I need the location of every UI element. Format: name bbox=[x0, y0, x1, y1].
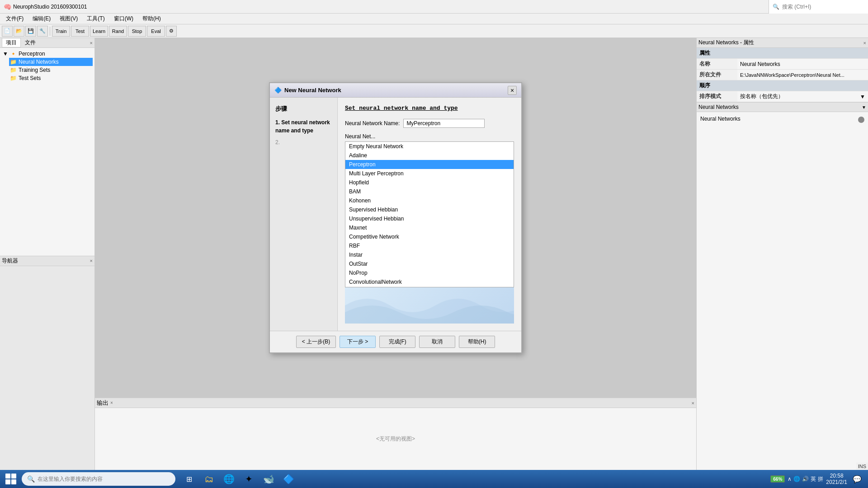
taskbar-icon-edge[interactable]: 🌐 bbox=[221, 471, 237, 487]
menu-window[interactable]: 窗口(W) bbox=[110, 14, 137, 24]
prop-sort-value: 按名称（包优先） ▼ bbox=[737, 91, 868, 102]
toolbar-btn8[interactable]: Rand bbox=[109, 26, 127, 37]
toolbar-btn10[interactable]: Eval bbox=[147, 26, 165, 37]
left-panel-close[interactable]: × bbox=[90, 40, 93, 46]
start-button[interactable] bbox=[2, 471, 20, 487]
network-type-list[interactable]: Empty Neural Network Adaline Perceptron … bbox=[345, 141, 514, 287]
list-item-instar[interactable]: Instar bbox=[345, 250, 514, 259]
list-item-unsupervised-hebbian[interactable]: Unsupervised Hebbian bbox=[345, 214, 514, 223]
list-item-hopfield[interactable]: Hopfield bbox=[345, 178, 514, 187]
app-title: NeurophStudio 201609300101 bbox=[13, 4, 800, 10]
dialog-body: 步骤 1. Set neural network name and type 2… bbox=[270, 98, 521, 331]
right-panel-close[interactable]: × bbox=[863, 40, 866, 46]
toolbar-btn9[interactable]: Stop bbox=[128, 26, 146, 37]
tab-project[interactable]: 项目 bbox=[2, 38, 21, 47]
name-form-row: Neural Network Name: bbox=[345, 119, 514, 128]
menu-bar: 文件(F) 编辑(E) 视图(V) 工具(T) 窗口(W) 帮助(H) bbox=[0, 14, 868, 24]
sys-icons: ∧ 🌐 🔊 英 拼 bbox=[788, 475, 823, 483]
output-content: <无可用的视图> bbox=[95, 408, 696, 470]
output-panel: 输出 × × <无可用的视图> bbox=[95, 398, 696, 470]
circle-indicator bbox=[858, 117, 864, 123]
toolbar-btn11[interactable]: ⚙ bbox=[166, 26, 177, 37]
toolbar-open[interactable]: 📂 bbox=[14, 26, 24, 37]
finish-button[interactable]: 完成(F) bbox=[379, 336, 415, 348]
tree-neural-networks[interactable]: 📁 Neural Networks bbox=[9, 58, 93, 66]
prop-name-value: Neural Networks bbox=[737, 59, 868, 70]
output-close[interactable]: × bbox=[692, 400, 694, 406]
list-item-empty[interactable]: Empty Neural Network bbox=[345, 142, 514, 151]
right-bottom: Neural Networks ▼ Neural Networks bbox=[697, 102, 868, 470]
menu-file[interactable]: 文件(F) bbox=[2, 14, 28, 24]
right-bottom-label: Neural Networks bbox=[700, 116, 741, 122]
steps-title: 步骤 bbox=[275, 105, 332, 113]
taskbar-search[interactable]: 🔍 bbox=[22, 472, 175, 486]
taskbar-icon-multidesktop[interactable]: ⊞ bbox=[181, 471, 197, 487]
tree-ts-label: Training Sets bbox=[19, 67, 50, 73]
new-neural-network-dialog: 🔷 New Neural Network × 步骤 1. Set neural bbox=[269, 82, 522, 353]
right-bottom-header: Neural Networks ▼ bbox=[697, 102, 868, 112]
tree-testsets-icon: 📁 bbox=[10, 75, 17, 81]
tree-root[interactable]: ▼ 🔸 Perceptron bbox=[2, 50, 93, 58]
toolbar-btn6[interactable]: Test bbox=[71, 26, 89, 37]
neural-network-name-input[interactable] bbox=[403, 119, 485, 128]
list-item-mlp[interactable]: Multi Layer Perceptron bbox=[345, 169, 514, 178]
tree-nn-label: Neural Networks bbox=[19, 59, 59, 65]
toolbar-save[interactable]: 💾 bbox=[25, 26, 36, 37]
clock-date: 2021/2/1 bbox=[826, 479, 847, 485]
taskbar-icon-files[interactable]: 🗂 bbox=[201, 471, 217, 487]
tree-test-sets[interactable]: 📁 Test Sets bbox=[9, 74, 93, 82]
list-item-competitive[interactable]: Competitive Network bbox=[345, 232, 514, 241]
list-item-noprop[interactable]: NoProp bbox=[345, 268, 514, 277]
list-item-maxnet[interactable]: Maxnet bbox=[345, 223, 514, 232]
taskbar-icon-app2[interactable]: 🔷 bbox=[280, 471, 297, 487]
taskbar-clock[interactable]: 20:58 2021/2/1 bbox=[826, 473, 847, 485]
sort-dropdown-icon[interactable]: ▼ bbox=[860, 94, 865, 100]
list-item-bam[interactable]: BAM bbox=[345, 187, 514, 196]
list-item-adaline[interactable]: Adaline bbox=[345, 151, 514, 160]
toolbar: 📄 📂 💾 🔧 Train Test Learn Rand Stop Eval … bbox=[0, 24, 868, 38]
menu-tools[interactable]: 工具(T) bbox=[83, 14, 108, 24]
list-item-kohonen[interactable]: Kohonen bbox=[345, 196, 514, 205]
menu-edit[interactable]: 编辑(E) bbox=[28, 14, 55, 24]
toolbar-btn7[interactable]: Learn bbox=[90, 26, 108, 37]
taskbar-lang-zh[interactable]: 拼 bbox=[818, 475, 823, 483]
taskbar-chevron[interactable]: ∧ bbox=[788, 476, 792, 482]
taskbar-icon-app1[interactable]: 🐋 bbox=[260, 471, 277, 487]
toolbar-btn4[interactable]: 🔧 bbox=[37, 26, 48, 37]
tree-training-sets[interactable]: 📁 Training Sets bbox=[9, 66, 93, 74]
taskbar-search-input[interactable] bbox=[38, 476, 164, 482]
properties-table: 属性 名称 Neural Networks 所在文件 E:\JavaNNWork… bbox=[697, 48, 868, 102]
toolbar-new[interactable]: 📄 bbox=[2, 26, 13, 37]
canvas-area: 🔷 New Neural Network × 步骤 1. Set neural bbox=[95, 38, 696, 398]
tab-file[interactable]: 文件 bbox=[21, 38, 40, 47]
prop-row-name: 名称 Neural Networks bbox=[697, 59, 868, 70]
toolbar-train[interactable]: Train bbox=[52, 26, 70, 37]
navigator-content bbox=[0, 266, 94, 470]
battery-indicator: 66% bbox=[770, 475, 785, 483]
next-button[interactable]: 下一步 > bbox=[340, 336, 376, 348]
left-panel: 项目 文件 × ▼ 🔸 Perceptron 📁 Neural Networks… bbox=[0, 38, 95, 470]
dialog-footer: < 上一步(B) 下一步 > 完成(F) 取消 帮助(H) bbox=[270, 331, 521, 352]
menu-help[interactable]: 帮助(H) bbox=[138, 14, 165, 24]
taskbar-notify-button[interactable]: 💬 bbox=[850, 471, 864, 487]
list-item-rbf[interactable]: RBF bbox=[345, 241, 514, 250]
title-search-area: 🔍 bbox=[769, 0, 868, 14]
win-sq2 bbox=[11, 474, 16, 479]
dialog-close-button[interactable]: × bbox=[508, 86, 517, 95]
dialog-watermark bbox=[345, 287, 514, 324]
taskbar-volume-icon[interactable]: 🔊 bbox=[802, 476, 809, 482]
taskbar-icon-mail[interactable]: ✦ bbox=[241, 471, 257, 487]
taskbar-lang-en[interactable]: 英 bbox=[811, 475, 816, 483]
prev-button[interactable]: < 上一步(B) bbox=[296, 336, 336, 348]
list-item-supervised-hebbian[interactable]: Supervised Hebbian bbox=[345, 205, 514, 214]
cancel-button[interactable]: 取消 bbox=[419, 336, 455, 348]
center-area: 🔷 New Neural Network × 步骤 1. Set neural bbox=[95, 38, 696, 470]
list-item-outstar[interactable]: OutStar bbox=[345, 259, 514, 268]
title-search-input[interactable] bbox=[782, 4, 845, 10]
list-item-perceptron[interactable]: Perceptron bbox=[345, 160, 514, 169]
menu-view[interactable]: 视图(V) bbox=[56, 14, 82, 24]
help-button[interactable]: 帮助(H) bbox=[459, 336, 495, 348]
list-item-convolutional[interactable]: ConvolutionalNetwork bbox=[345, 277, 514, 286]
navigator-close[interactable]: × bbox=[90, 258, 93, 263]
taskbar-network-icon[interactable]: 🌐 bbox=[793, 476, 800, 482]
